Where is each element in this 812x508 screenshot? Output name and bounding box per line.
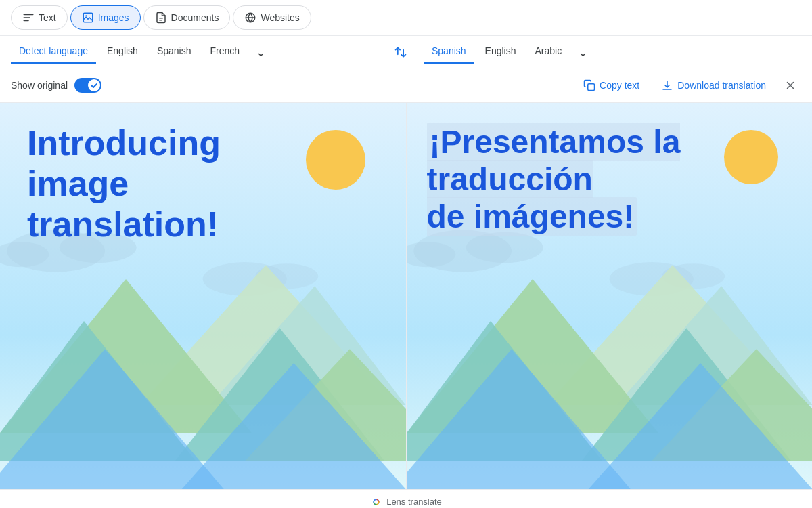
translated-text-highlight: ¡Presentamos latraducciónde imágenes! bbox=[427, 123, 681, 236]
check-icon bbox=[90, 81, 98, 89]
target-lang-arabic[interactable]: Arabic bbox=[527, 40, 570, 64]
tab-websites[interactable]: Websites bbox=[233, 5, 311, 30]
download-translation-button[interactable]: Download translation bbox=[653, 74, 774, 97]
translated-scene: ¡Presentamos latraducciónde imágenes! bbox=[407, 103, 813, 489]
source-language-group: Detect language English Spanish French ⌄ bbox=[11, 40, 388, 64]
copy-text-button[interactable]: Copy text bbox=[575, 74, 648, 97]
images-icon bbox=[82, 12, 94, 24]
target-lang-more[interactable]: ⌄ bbox=[572, 42, 593, 62]
tab-text-label: Text bbox=[39, 12, 56, 23]
target-lang-english[interactable]: English bbox=[477, 40, 524, 64]
copy-icon bbox=[583, 79, 595, 91]
sun-translated bbox=[724, 130, 778, 184]
tab-images[interactable]: Images bbox=[70, 5, 141, 30]
show-original-label: Show original bbox=[11, 80, 68, 91]
original-scene: Introducing image translation! bbox=[0, 103, 406, 489]
download-icon bbox=[661, 79, 673, 91]
show-original-group: Show original bbox=[11, 78, 575, 93]
svg-point-18 bbox=[466, 232, 543, 263]
svg-rect-3 bbox=[588, 84, 595, 91]
translated-image-panel: ¡Presentamos latraducciónde imágenes! bbox=[406, 103, 813, 489]
svg-point-1 bbox=[85, 15, 87, 16]
source-lang-more[interactable]: ⌄ bbox=[250, 42, 271, 62]
target-language-group: Spanish English Arabic ⌄ bbox=[413, 40, 801, 64]
tab-text[interactable]: Text bbox=[11, 5, 68, 30]
tab-images-label: Images bbox=[98, 12, 129, 23]
copy-text-label: Copy text bbox=[600, 80, 639, 91]
download-label: Download translation bbox=[677, 80, 766, 91]
language-bar: Detect language English Spanish French ⌄… bbox=[0, 36, 812, 68]
tab-websites-label: Websites bbox=[261, 12, 299, 23]
tab-documents-label: Documents bbox=[171, 12, 219, 23]
options-bar: Show original Copy text Download transla… bbox=[0, 68, 812, 103]
tab-documents[interactable]: Documents bbox=[143, 5, 231, 30]
show-original-toggle[interactable] bbox=[74, 78, 102, 93]
target-lang-spanish[interactable]: Spanish bbox=[424, 40, 474, 64]
text-icon bbox=[22, 12, 35, 24]
lens-icon bbox=[370, 496, 382, 508]
original-mountains-svg bbox=[0, 219, 406, 489]
original-text: Introducing image translation! bbox=[27, 123, 284, 245]
swap-icon bbox=[394, 45, 407, 59]
close-icon bbox=[784, 79, 796, 91]
lens-translate-text: Lens translate bbox=[386, 496, 442, 507]
toggle-knob bbox=[88, 79, 100, 91]
original-image-panel: Introducing image translation! bbox=[0, 103, 406, 489]
documents-icon bbox=[155, 12, 167, 24]
main-image-area: Introducing image translation! bbox=[0, 103, 812, 489]
source-lang-detect[interactable]: Detect language bbox=[11, 40, 96, 64]
source-lang-french[interactable]: French bbox=[202, 40, 248, 64]
translated-mountains-svg bbox=[407, 219, 813, 489]
sun-original bbox=[306, 130, 365, 190]
close-button[interactable] bbox=[780, 75, 801, 96]
source-lang-spanish[interactable]: Spanish bbox=[149, 40, 200, 64]
translated-text: ¡Presentamos latraducciónde imágenes! bbox=[427, 123, 681, 236]
swap-languages-button[interactable] bbox=[388, 40, 413, 64]
websites-icon bbox=[244, 12, 256, 24]
source-lang-english[interactable]: English bbox=[99, 40, 146, 64]
bottom-bar: Lens translate bbox=[0, 489, 812, 508]
top-nav: Text Images Documents Websites bbox=[0, 0, 812, 36]
lens-translate-label: Lens translate bbox=[370, 496, 442, 508]
right-actions: Copy text Download translation bbox=[575, 74, 801, 97]
